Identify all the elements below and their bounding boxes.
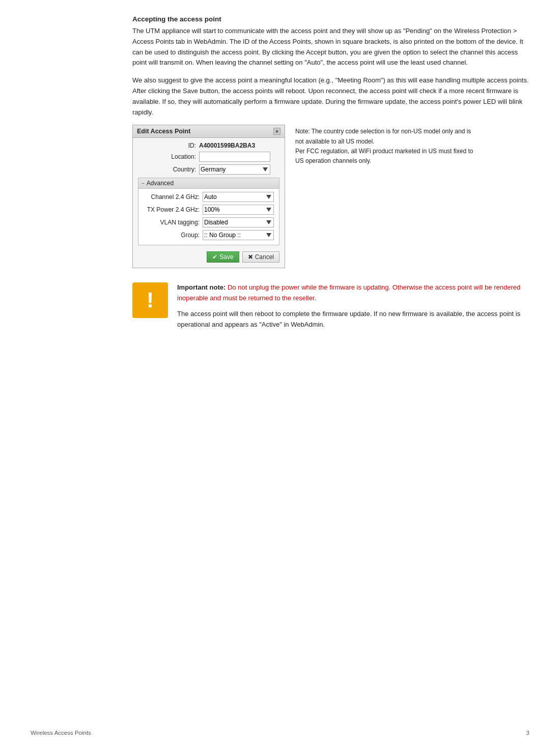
cancel-button[interactable]: ✖ Cancel — [242, 251, 279, 263]
paragraph-3: The access point will then reboot to com… — [177, 309, 529, 330]
section-heading: Accepting the access point — [132, 15, 529, 23]
vlan-select[interactable]: Disabled — [203, 217, 274, 227]
form-row-txpower: TX Power 2.4 GHz: 100% — [142, 205, 276, 215]
channel-select[interactable]: Auto — [203, 192, 274, 202]
important-note-row: ! Important note: Do not unplug the powe… — [132, 282, 529, 330]
paragraph-1: The UTM appliance will start to communic… — [132, 26, 529, 68]
footer-page-number: 3 — [526, 730, 529, 736]
advanced-body: Channel 2.4 GHz: Auto TX Power 2.4 GHz: … — [138, 189, 279, 245]
dialog-close-button[interactable]: × — [273, 128, 281, 135]
footer-title: Wireless Access Points — [31, 730, 91, 736]
paragraph-2: We also suggest to give the access point… — [132, 75, 529, 118]
form-row-vlan: VLAN tagging: Disabled — [142, 217, 276, 227]
dialog-note-row: Edit Access Point × ID: A40001599BA2BA3 … — [132, 125, 529, 268]
form-row-group: Group: :: No Group :: — [142, 230, 276, 240]
txpower-label: TX Power 2.4 GHz: — [142, 206, 203, 213]
form-row-id: ID: A40001599BA2BA3 — [138, 142, 279, 149]
dialog-actions: ✔ Save ✖ Cancel — [138, 249, 279, 263]
advanced-section: − Advanced Channel 2.4 GHz: Auto — [138, 178, 279, 245]
cancel-icon: ✖ — [248, 253, 253, 261]
dialog-titlebar: Edit Access Point × — [133, 125, 285, 138]
save-button[interactable]: ✔ Save — [207, 251, 239, 263]
save-icon: ✔ — [212, 253, 217, 261]
vlan-label: VLAN tagging: — [142, 219, 203, 226]
channel-label: Channel 2.4 GHz: — [142, 193, 203, 200]
form-row-country: Country: Germany — [138, 164, 279, 175]
edit-access-point-dialog: Edit Access Point × ID: A40001599BA2BA3 … — [132, 125, 285, 268]
warning-icon: ! — [147, 290, 154, 311]
dialog-body: ID: A40001599BA2BA3 Location: Country: G… — [133, 138, 285, 268]
dialog-title: Edit Access Point — [137, 128, 190, 135]
important-red-text: Do not unplug the power while the firmwa… — [177, 283, 520, 302]
country-label: Country: — [138, 166, 199, 173]
note-label: Note: — [295, 128, 310, 135]
advanced-header[interactable]: − Advanced — [138, 178, 279, 189]
id-label: ID: — [138, 142, 199, 149]
id-value: A40001599BA2BA3 — [199, 142, 255, 149]
group-select[interactable]: :: No Group :: — [203, 230, 274, 240]
important-text-block: Important note: Do not unplug the power … — [177, 282, 529, 330]
form-row-channel: Channel 2.4 GHz: Auto — [142, 192, 276, 202]
form-row-location: Location: — [138, 152, 279, 162]
save-label: Save — [219, 253, 233, 261]
note-box: Note: The country code selection is for … — [295, 125, 479, 166]
txpower-select[interactable]: 100% — [203, 205, 274, 215]
country-select[interactable]: Germany — [199, 164, 270, 175]
location-input[interactable] — [199, 152, 270, 162]
warning-icon-box: ! — [132, 282, 168, 318]
group-label: Group: — [142, 232, 203, 239]
footer: Wireless Access Points 3 — [31, 730, 529, 736]
location-label: Location: — [138, 153, 199, 160]
cancel-label: Cancel — [255, 253, 274, 261]
important-label: Important note — [177, 283, 223, 291]
collapse-icon: − — [142, 181, 145, 186]
advanced-label: Advanced — [147, 180, 174, 187]
